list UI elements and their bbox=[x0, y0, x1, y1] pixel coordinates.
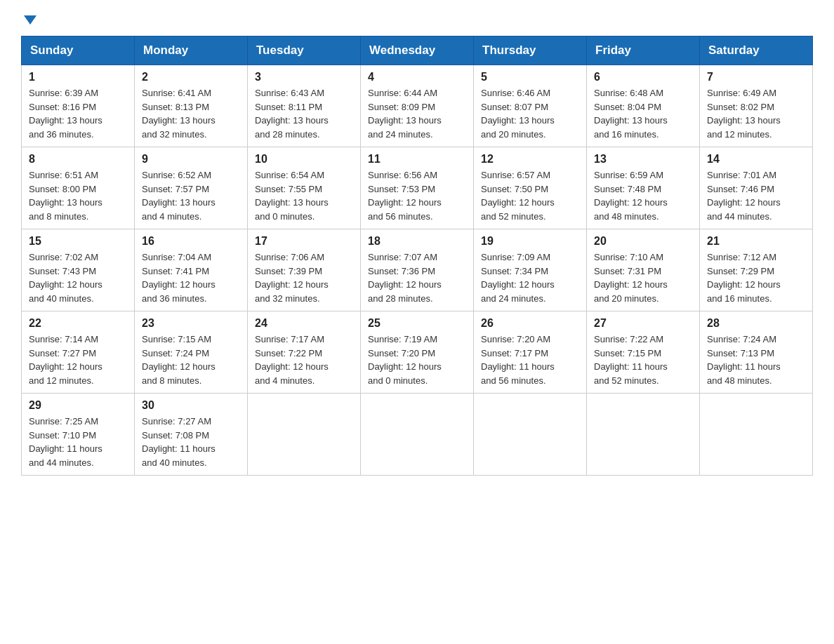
calendar-cell: 15Sunrise: 7:02 AMSunset: 7:43 PMDayligh… bbox=[22, 229, 135, 311]
day-number: 4 bbox=[368, 71, 466, 83]
week-row-3: 15Sunrise: 7:02 AMSunset: 7:43 PMDayligh… bbox=[22, 229, 813, 311]
calendar-cell: 18Sunrise: 7:07 AMSunset: 7:36 PMDayligh… bbox=[361, 229, 474, 311]
day-header-saturday: Saturday bbox=[700, 36, 813, 65]
calendar-cell: 7Sunrise: 6:49 AMSunset: 8:02 PMDaylight… bbox=[700, 65, 813, 147]
day-info: Sunrise: 7:10 AMSunset: 7:31 PMDaylight:… bbox=[594, 250, 692, 305]
day-number: 3 bbox=[255, 71, 353, 83]
day-info: Sunrise: 7:27 AMSunset: 7:08 PMDaylight:… bbox=[142, 415, 240, 469]
day-info: Sunrise: 6:56 AMSunset: 7:53 PMDaylight:… bbox=[368, 168, 466, 223]
day-info: Sunrise: 7:01 AMSunset: 7:46 PMDaylight:… bbox=[707, 168, 805, 223]
day-info: Sunrise: 7:22 AMSunset: 7:15 PMDaylight:… bbox=[594, 333, 692, 387]
day-info: Sunrise: 7:19 AMSunset: 7:20 PMDaylight:… bbox=[368, 333, 466, 387]
day-header-tuesday: Tuesday bbox=[248, 36, 361, 65]
day-info: Sunrise: 6:48 AMSunset: 8:04 PMDaylight:… bbox=[594, 86, 692, 141]
calendar-cell bbox=[361, 394, 474, 476]
calendar-cell: 19Sunrise: 7:09 AMSunset: 7:34 PMDayligh… bbox=[474, 229, 587, 311]
calendar-cell: 22Sunrise: 7:14 AMSunset: 7:27 PMDayligh… bbox=[22, 311, 135, 394]
day-number: 18 bbox=[368, 235, 466, 248]
day-header-thursday: Thursday bbox=[474, 36, 587, 65]
day-info: Sunrise: 6:43 AMSunset: 8:11 PMDaylight:… bbox=[255, 86, 353, 141]
calendar-cell: 28Sunrise: 7:24 AMSunset: 7:13 PMDayligh… bbox=[700, 311, 813, 394]
day-info: Sunrise: 6:44 AMSunset: 8:09 PMDaylight:… bbox=[368, 86, 466, 141]
logo bbox=[21, 14, 37, 23]
day-info: Sunrise: 6:49 AMSunset: 8:02 PMDaylight:… bbox=[707, 86, 805, 141]
day-number: 11 bbox=[368, 153, 466, 166]
day-info: Sunrise: 6:46 AMSunset: 8:07 PMDaylight:… bbox=[481, 86, 579, 141]
day-number: 30 bbox=[142, 399, 240, 412]
week-row-4: 22Sunrise: 7:14 AMSunset: 7:27 PMDayligh… bbox=[22, 311, 813, 394]
day-info: Sunrise: 7:04 AMSunset: 7:41 PMDaylight:… bbox=[142, 250, 240, 305]
day-number: 5 bbox=[481, 71, 579, 83]
day-info: Sunrise: 6:52 AMSunset: 7:57 PMDaylight:… bbox=[142, 168, 240, 223]
logo-arrow-icon bbox=[24, 15, 37, 25]
day-info: Sunrise: 7:24 AMSunset: 7:13 PMDaylight:… bbox=[707, 333, 805, 387]
calendar-cell: 17Sunrise: 7:06 AMSunset: 7:39 PMDayligh… bbox=[248, 229, 361, 311]
day-number: 28 bbox=[707, 317, 805, 330]
day-info: Sunrise: 6:39 AMSunset: 8:16 PMDaylight:… bbox=[29, 86, 127, 141]
page-header bbox=[21, 14, 813, 23]
day-info: Sunrise: 6:54 AMSunset: 7:55 PMDaylight:… bbox=[255, 168, 353, 223]
calendar-cell: 16Sunrise: 7:04 AMSunset: 7:41 PMDayligh… bbox=[135, 229, 248, 311]
day-number: 14 bbox=[707, 153, 805, 166]
calendar-cell: 24Sunrise: 7:17 AMSunset: 7:22 PMDayligh… bbox=[248, 311, 361, 394]
day-header-friday: Friday bbox=[587, 36, 700, 65]
calendar-cell: 2Sunrise: 6:41 AMSunset: 8:13 PMDaylight… bbox=[135, 65, 248, 147]
calendar-cell: 3Sunrise: 6:43 AMSunset: 8:11 PMDaylight… bbox=[248, 65, 361, 147]
day-info: Sunrise: 6:57 AMSunset: 7:50 PMDaylight:… bbox=[481, 168, 579, 223]
day-number: 26 bbox=[481, 317, 579, 330]
day-info: Sunrise: 7:17 AMSunset: 7:22 PMDaylight:… bbox=[255, 333, 353, 387]
calendar-cell: 13Sunrise: 6:59 AMSunset: 7:48 PMDayligh… bbox=[587, 147, 700, 229]
calendar-cell: 4Sunrise: 6:44 AMSunset: 8:09 PMDaylight… bbox=[361, 65, 474, 147]
day-number: 6 bbox=[594, 71, 692, 83]
calendar-header: SundayMondayTuesdayWednesdayThursdayFrid… bbox=[22, 36, 813, 65]
day-number: 22 bbox=[29, 317, 127, 330]
day-info: Sunrise: 7:07 AMSunset: 7:36 PMDaylight:… bbox=[368, 250, 466, 305]
calendar-cell: 5Sunrise: 6:46 AMSunset: 8:07 PMDaylight… bbox=[474, 65, 587, 147]
day-info: Sunrise: 6:51 AMSunset: 8:00 PMDaylight:… bbox=[29, 168, 127, 223]
day-info: Sunrise: 7:09 AMSunset: 7:34 PMDaylight:… bbox=[481, 250, 579, 305]
calendar-cell: 6Sunrise: 6:48 AMSunset: 8:04 PMDaylight… bbox=[587, 65, 700, 147]
calendar-cell: 11Sunrise: 6:56 AMSunset: 7:53 PMDayligh… bbox=[361, 147, 474, 229]
calendar-cell: 30Sunrise: 7:27 AMSunset: 7:08 PMDayligh… bbox=[135, 394, 248, 476]
week-row-5: 29Sunrise: 7:25 AMSunset: 7:10 PMDayligh… bbox=[22, 394, 813, 476]
calendar-cell: 1Sunrise: 6:39 AMSunset: 8:16 PMDaylight… bbox=[22, 65, 135, 147]
day-number: 19 bbox=[481, 235, 579, 248]
calendar-cell: 12Sunrise: 6:57 AMSunset: 7:50 PMDayligh… bbox=[474, 147, 587, 229]
week-row-2: 8Sunrise: 6:51 AMSunset: 8:00 PMDaylight… bbox=[22, 147, 813, 229]
day-number: 20 bbox=[594, 235, 692, 248]
day-info: Sunrise: 7:25 AMSunset: 7:10 PMDaylight:… bbox=[29, 415, 127, 469]
day-number: 24 bbox=[255, 317, 353, 330]
calendar-cell: 21Sunrise: 7:12 AMSunset: 7:29 PMDayligh… bbox=[700, 229, 813, 311]
day-number: 29 bbox=[29, 399, 127, 412]
day-info: Sunrise: 7:14 AMSunset: 7:27 PMDaylight:… bbox=[29, 333, 127, 387]
day-header-row: SundayMondayTuesdayWednesdayThursdayFrid… bbox=[22, 36, 813, 65]
calendar-table: SundayMondayTuesdayWednesdayThursdayFrid… bbox=[21, 36, 813, 476]
day-number: 23 bbox=[142, 317, 240, 330]
day-number: 17 bbox=[255, 235, 353, 248]
calendar-cell: 9Sunrise: 6:52 AMSunset: 7:57 PMDaylight… bbox=[135, 147, 248, 229]
day-number: 16 bbox=[142, 235, 240, 248]
calendar-cell: 26Sunrise: 7:20 AMSunset: 7:17 PMDayligh… bbox=[474, 311, 587, 394]
day-info: Sunrise: 7:12 AMSunset: 7:29 PMDaylight:… bbox=[707, 250, 805, 305]
day-header-wednesday: Wednesday bbox=[361, 36, 474, 65]
day-number: 9 bbox=[142, 153, 240, 166]
calendar-cell bbox=[700, 394, 813, 476]
week-row-1: 1Sunrise: 6:39 AMSunset: 8:16 PMDaylight… bbox=[22, 65, 813, 147]
day-info: Sunrise: 7:06 AMSunset: 7:39 PMDaylight:… bbox=[255, 250, 353, 305]
day-info: Sunrise: 7:02 AMSunset: 7:43 PMDaylight:… bbox=[29, 250, 127, 305]
calendar-cell: 29Sunrise: 7:25 AMSunset: 7:10 PMDayligh… bbox=[22, 394, 135, 476]
day-number: 10 bbox=[255, 153, 353, 166]
calendar-cell: 20Sunrise: 7:10 AMSunset: 7:31 PMDayligh… bbox=[587, 229, 700, 311]
day-info: Sunrise: 7:20 AMSunset: 7:17 PMDaylight:… bbox=[481, 333, 579, 387]
calendar-cell: 8Sunrise: 6:51 AMSunset: 8:00 PMDaylight… bbox=[22, 147, 135, 229]
day-number: 21 bbox=[707, 235, 805, 248]
day-header-sunday: Sunday bbox=[22, 36, 135, 65]
day-number: 27 bbox=[594, 317, 692, 330]
day-number: 1 bbox=[29, 71, 127, 83]
day-info: Sunrise: 7:15 AMSunset: 7:24 PMDaylight:… bbox=[142, 333, 240, 387]
day-number: 12 bbox=[481, 153, 579, 166]
calendar-cell bbox=[587, 394, 700, 476]
day-info: Sunrise: 6:59 AMSunset: 7:48 PMDaylight:… bbox=[594, 168, 692, 223]
day-number: 15 bbox=[29, 235, 127, 248]
day-number: 25 bbox=[368, 317, 466, 330]
